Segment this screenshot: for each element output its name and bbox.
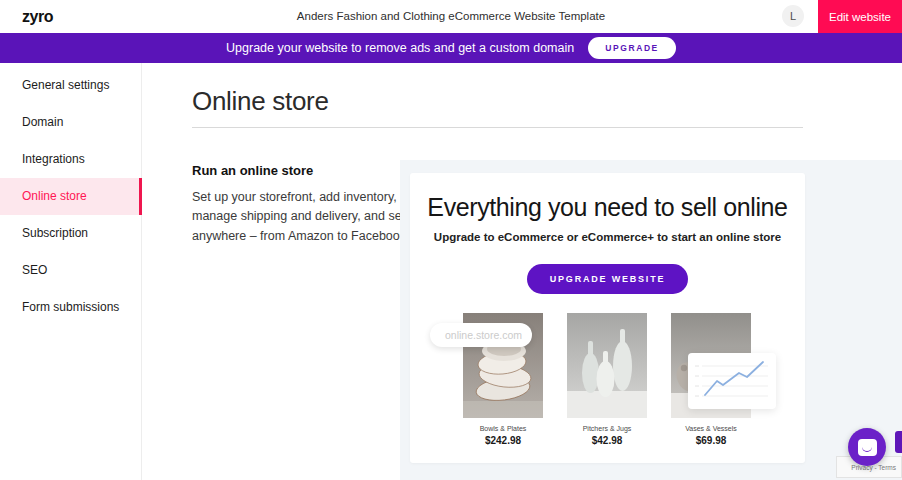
product-name: Vases & Vessels [662,425,760,432]
product-price: $42.98 [558,435,656,446]
account-avatar[interactable]: L [782,5,804,27]
site-template-title: Anders Fashion and Clothing eCommerce We… [0,0,902,33]
hero-panel: Everything you need to sell online Upgra… [400,160,902,480]
product-photo-pitchers [567,313,647,418]
banner-upgrade-button[interactable]: UPGRADE [588,37,676,59]
feedback-side-tab[interactable] [895,431,902,453]
product-name: Bowls & Plates [454,425,552,432]
top-header: Anders Fashion and Clothing eCommerce We… [0,0,902,33]
page-title: Online store [192,86,329,117]
hero-card: Everything you need to sell online Upgra… [410,173,805,463]
product-card: Pitchers & Jugs $42.98 [558,313,656,446]
product-price: $242.98 [454,435,552,446]
upgrade-banner-text: Upgrade your website to remove ads and g… [226,41,574,55]
storefront-url-text: online.store.com [445,329,522,341]
sidebar-item-general-settings[interactable]: General settings [0,67,142,104]
section-info: Run an online store Set up your storefro… [192,163,414,246]
sidebar-item-domain[interactable]: Domain [0,104,142,141]
upgrade-website-button[interactable]: UPGRADE WEBSITE [527,264,689,294]
section-description: Set up your storefront, add inventory, m… [192,188,414,246]
sidebar-item-seo[interactable]: SEO [0,252,142,289]
app-window: Anders Fashion and Clothing eCommerce We… [0,0,902,480]
storefront-url-pill: online.store.com [430,323,532,347]
line-chart-icon [688,353,776,409]
sidebar-item-form-submissions[interactable]: Form submissions [0,289,142,326]
sales-chart-card [688,353,776,409]
product-name: Pitchers & Jugs [558,425,656,432]
main-content: Online store Run an online store Set up … [142,63,902,480]
edit-website-button[interactable]: Edit website [818,0,902,33]
sidebar-item-subscription[interactable]: Subscription [0,215,142,252]
sidebar-item-online-store[interactable]: Online store [0,178,142,215]
zyro-logo[interactable]: zyro [22,0,53,33]
hero-subtitle: Upgrade to eCommerce or eCommerce+ to st… [410,231,805,243]
hero-title: Everything you need to sell online [410,193,805,222]
chat-icon [858,439,877,456]
chat-launcher-button[interactable] [848,428,886,466]
upgrade-banner: Upgrade your website to remove ads and g… [0,33,902,63]
settings-sidebar: General settings Domain Integrations Onl… [0,63,142,480]
section-title: Run an online store [192,163,414,178]
sidebar-item-integrations[interactable]: Integrations [0,141,142,178]
product-price: $69.98 [662,435,760,446]
title-divider [192,127,803,128]
